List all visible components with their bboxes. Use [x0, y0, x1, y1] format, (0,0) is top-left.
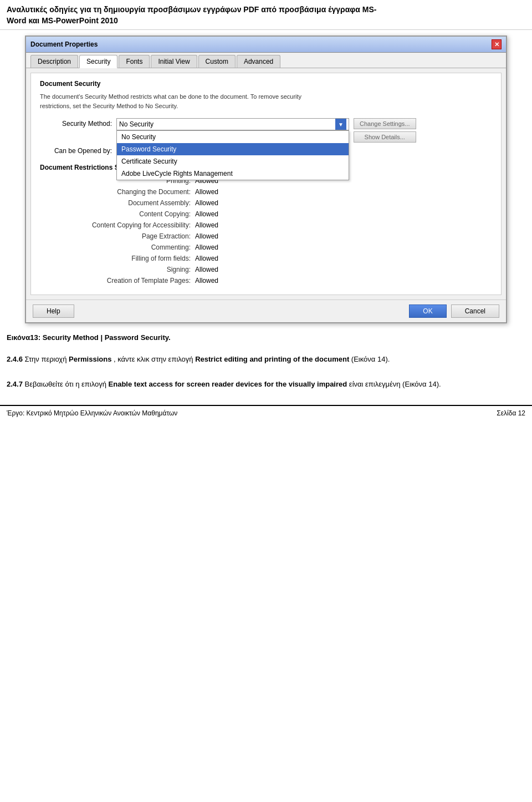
cancel-button[interactable]: Cancel: [451, 304, 499, 318]
restriction-label: Signing:: [40, 266, 195, 273]
restriction-label: Creation of Template Pages:: [40, 277, 195, 285]
tab-advanced[interactable]: Advanced: [237, 55, 280, 68]
body-section-246: 2.4.6 Στην περιοχή Permissions , κάντε κ…: [0, 349, 532, 374]
security-method-label: Security Method:: [40, 118, 112, 128]
restriction-value: Allowed: [195, 210, 218, 218]
restriction-label: Filling of form fields:: [40, 255, 195, 262]
restriction-value: Allowed: [195, 199, 218, 207]
restriction-value: Allowed: [195, 232, 218, 240]
section-246-text-after: (Εικόνα 14).: [351, 355, 390, 363]
section-number-246: 2.4.6: [7, 355, 23, 363]
show-details-button[interactable]: Show Details...: [354, 131, 416, 143]
dropdown-selected-value[interactable]: No Security ▼: [116, 118, 349, 130]
restriction-label: Document Assembly:: [40, 199, 195, 207]
footer-right: OK Cancel: [409, 304, 499, 318]
section-247-bold1: Enable text access for screen reader dev…: [109, 380, 347, 388]
section-246-text-middle: , κάντε κλικ στην επιλογή: [114, 355, 195, 363]
restriction-value: Allowed: [195, 277, 218, 285]
restriction-row: Commenting:Allowed: [40, 243, 492, 251]
footer-right-text: Σελίδα 12: [497, 409, 525, 417]
tab-security[interactable]: Security: [79, 55, 117, 68]
close-button[interactable]: ✕: [492, 39, 502, 49]
restriction-row: Page Extraction:Allowed: [40, 232, 492, 240]
restriction-label: Changing the Document:: [40, 188, 195, 196]
security-method-dropdown[interactable]: No Security ▼ No Security Password Secur…: [116, 118, 349, 130]
restriction-value: Allowed: [195, 188, 218, 196]
page-title: Αναλυτικές οδηγίες για τη δημιουργία προ…: [7, 4, 525, 26]
section-246-text-before: Στην περιοχή: [25, 355, 69, 363]
restriction-value: Allowed: [195, 243, 218, 251]
dialog-tabs: Description Security Fonts Initial View …: [26, 53, 506, 68]
section-246-bold2: Restrict editing and printing of the doc…: [195, 355, 349, 363]
footer-left: Help: [33, 304, 74, 318]
document-properties-dialog: Document Properties ✕ Description Securi…: [25, 35, 507, 323]
restriction-row: Creation of Template Pages:Allowed: [40, 277, 492, 285]
ok-button[interactable]: OK: [409, 304, 446, 318]
restriction-value: Allowed: [195, 266, 218, 273]
page-header: Αναλυτικές οδηγίες για τη δημιουργία προ…: [0, 0, 532, 30]
restriction-value: Allowed: [195, 255, 218, 262]
tab-description[interactable]: Description: [30, 55, 78, 68]
footer-left-text: Έργο: Κεντρικό Μητρώο Ελληνικών Ανοικτών…: [7, 409, 177, 417]
dropdown-arrow-icon: ▼: [335, 119, 346, 130]
restriction-row: Content Copying:Allowed: [40, 210, 492, 218]
dialog-title: Document Properties: [30, 40, 98, 48]
body-section-247: 2.4.7 Βεβαιωθείτε ότι η επιλογή Enable t…: [0, 374, 532, 399]
page-footer: Έργο: Κεντρικό Μητρώο Ελληνικών Ανοικτών…: [0, 405, 532, 420]
dialog-titlebar: Document Properties ✕: [26, 37, 506, 53]
restriction-label: Content Copying for Accessibility:: [40, 221, 195, 229]
security-method-row: Security Method: No Security ▼ No Securi…: [40, 118, 492, 143]
change-settings-button[interactable]: Change Settings...: [354, 118, 416, 129]
section-247-text-after: είναι επιλεγμένη (Εικόνα 14).: [349, 380, 441, 388]
restrictions-list: Printing:AllowedChanging the Document:Al…: [40, 177, 492, 285]
section-number-247: 2.4.7: [7, 380, 23, 388]
dropdown-item-no-security[interactable]: No Security: [117, 131, 349, 143]
tab-initial-view[interactable]: Initial View: [151, 55, 197, 68]
dialog-wrapper: Document Properties ✕ Description Securi…: [0, 30, 532, 329]
security-method-control: No Security ▼ No Security Password Secur…: [116, 118, 492, 143]
section-246-bold1: Permissions: [69, 355, 111, 363]
dropdown-item-password-security[interactable]: Password Security: [117, 143, 349, 155]
restriction-label: Content Copying:: [40, 210, 195, 218]
restrictions-section: Document Restrictions Summary Printing:A…: [40, 164, 492, 285]
section-247-text-before: Βεβαιωθείτε ότι η επιλογή: [25, 380, 109, 388]
restriction-value: Allowed: [195, 221, 218, 229]
document-security-title: Document Security: [40, 80, 492, 88]
help-button[interactable]: Help: [33, 304, 74, 318]
caption-box: Εικόνα13: Security Method | Password Sec…: [0, 329, 532, 349]
caption-text: Εικόνα13: Security Method | Password Sec…: [7, 333, 525, 342]
dropdown-item-livecycle[interactable]: Adobe LiveCycle Rights Management: [117, 167, 349, 180]
side-buttons: Change Settings... Show Details...: [354, 118, 416, 143]
restriction-row: Filling of form fields:Allowed: [40, 255, 492, 262]
restriction-row: Document Assembly:Allowed: [40, 199, 492, 207]
dropdown-menu: No Security Password Security Certificat…: [116, 130, 349, 180]
restriction-row: Changing the Document:Allowed: [40, 188, 492, 196]
dialog-body: Document Security The document's Securit…: [30, 73, 502, 295]
restriction-label: Commenting:: [40, 243, 195, 251]
dialog-footer: Help OK Cancel: [26, 300, 506, 322]
restriction-row: Content Copying for Accessibility:Allowe…: [40, 221, 492, 229]
tab-custom[interactable]: Custom: [198, 55, 236, 68]
restriction-label: Page Extraction:: [40, 232, 195, 240]
can-be-opened-label: Can be Opened by:: [40, 147, 112, 155]
document-security-desc: The document's Security Method restricts…: [40, 92, 492, 110]
tab-fonts[interactable]: Fonts: [119, 55, 150, 68]
dropdown-item-certificate-security[interactable]: Certificate Security: [117, 155, 349, 167]
restriction-row: Signing:Allowed: [40, 266, 492, 273]
